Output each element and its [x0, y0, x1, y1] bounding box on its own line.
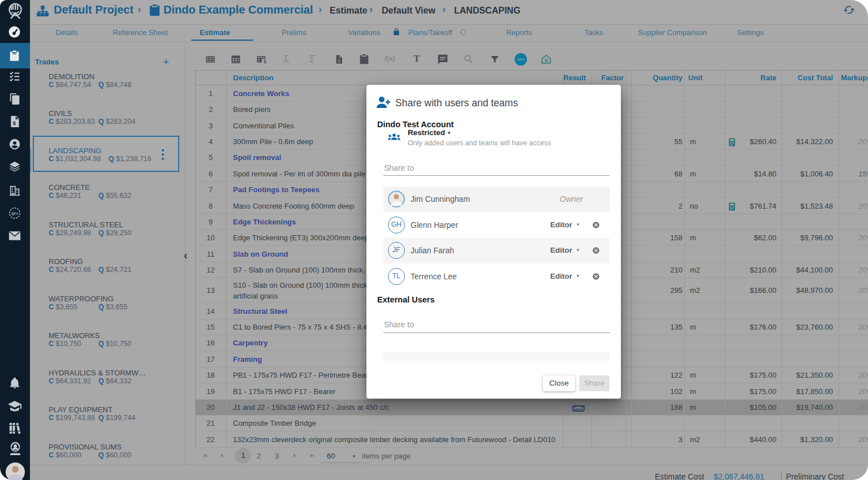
svg-text:QTY: QTY — [11, 212, 18, 215]
svg-text:$: $ — [13, 120, 16, 126]
